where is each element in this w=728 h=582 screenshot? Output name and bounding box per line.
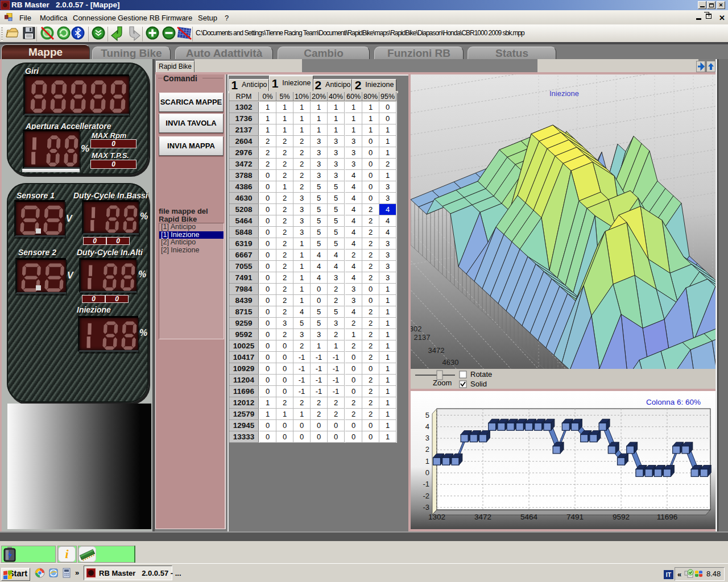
svg-text:Colonna 6: 60%: Colonna 6: 60% xyxy=(646,398,701,406)
svg-text:1: 1 xyxy=(425,457,429,465)
svg-text:1302: 1302 xyxy=(428,513,445,521)
svg-text:0: 0 xyxy=(425,468,429,477)
svg-text:5: 5 xyxy=(425,411,429,419)
svg-text:4: 4 xyxy=(425,422,429,431)
svg-text:11696: 11696 xyxy=(657,513,678,521)
svg-text:-1: -1 xyxy=(423,480,429,488)
svg-text:2137: 2137 xyxy=(414,333,431,342)
svg-text:3472: 3472 xyxy=(474,513,491,521)
svg-text:7491: 7491 xyxy=(566,513,584,521)
svg-text:-3: -3 xyxy=(423,503,429,512)
svg-text:5464: 5464 xyxy=(520,513,538,521)
svg-text:4630: 4630 xyxy=(442,358,459,367)
svg-text:3: 3 xyxy=(425,434,429,442)
svg-text:1302: 1302 xyxy=(411,325,421,333)
svg-text:-2: -2 xyxy=(423,492,429,500)
svg-text:Zoom: Zoom xyxy=(433,379,452,387)
svg-text:Rotate: Rotate xyxy=(470,370,492,379)
svg-text:3472: 3472 xyxy=(428,346,445,355)
svg-text:Solid: Solid xyxy=(470,380,487,388)
svg-text:9592: 9592 xyxy=(613,513,630,521)
svg-text:Iniezione: Iniezione xyxy=(549,89,579,98)
svg-text:2: 2 xyxy=(425,445,429,454)
